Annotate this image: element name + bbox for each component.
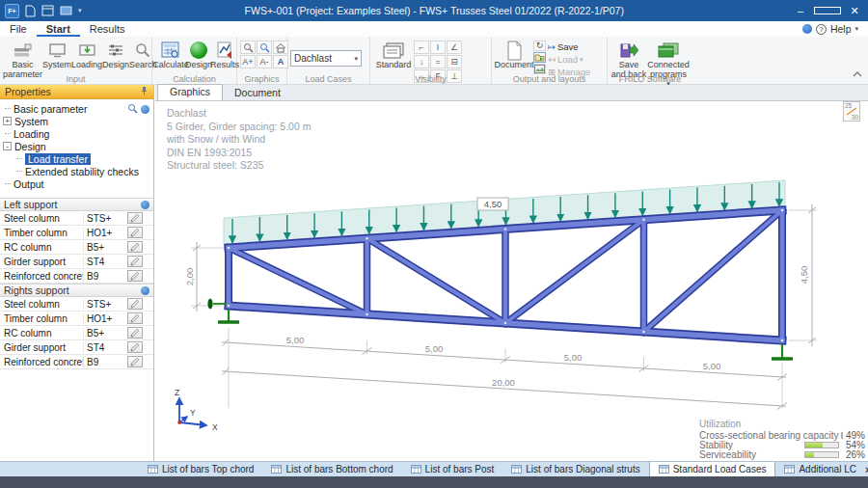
edit-button[interactable] xyxy=(127,327,143,339)
dim-panel-4: 5,00 xyxy=(703,361,721,371)
table-row: Steel columnSTS+ xyxy=(0,211,153,226)
open-document-icon[interactable] xyxy=(41,5,54,16)
ribbon-group-graphics: A+ A- A Graphics xyxy=(237,37,287,84)
new-document-icon[interactable] xyxy=(25,5,36,17)
tree-item-loading[interactable]: Loading xyxy=(0,127,153,140)
help-label[interactable]: Help xyxy=(830,23,852,35)
zoom-in-icon[interactable] xyxy=(240,41,256,54)
edit-button[interactable] xyxy=(127,227,143,238)
edit-button[interactable] xyxy=(127,256,143,267)
right-support-header[interactable]: Rights support xyxy=(0,284,153,297)
tab-list-bottom-chord[interactable]: List of bars Bottom chord xyxy=(262,462,401,476)
tree-info-icon[interactable] xyxy=(141,105,149,114)
edit-button[interactable] xyxy=(127,356,143,367)
tab-standard-load-cases[interactable]: Standard Load Cases xyxy=(649,462,776,476)
app-logo-icon[interactable]: F+ xyxy=(5,4,19,18)
menu-start[interactable]: Start xyxy=(37,23,80,37)
layout-load-button[interactable]: ↤Load▾ xyxy=(548,53,590,66)
section-collapse-icon[interactable] xyxy=(141,201,149,209)
properties-header[interactable]: Properties xyxy=(0,85,153,99)
edit-button[interactable] xyxy=(127,341,143,353)
graphics-canvas[interactable]: Dachlast 5 Girder, Girder spacing: 5.00 … xyxy=(155,101,868,461)
font-color-button[interactable]: A xyxy=(273,55,288,68)
account-icon[interactable] xyxy=(802,24,812,34)
tree-search-icon[interactable] xyxy=(127,103,138,116)
basic-parameter-button[interactable]: Basic parameter xyxy=(3,39,42,79)
results-icon xyxy=(217,40,233,61)
group-label-graphics: Graphics xyxy=(237,74,286,84)
calculate-button[interactable]: Calculate xyxy=(155,39,186,70)
help-icon[interactable]: ? xyxy=(816,24,827,35)
pin-icon[interactable] xyxy=(140,86,149,97)
tab-list-diagonal-struts[interactable]: List of bars Diagonal struts xyxy=(502,462,648,476)
edit-button[interactable] xyxy=(127,312,143,324)
menu-file[interactable]: File xyxy=(0,23,37,37)
menu-bar: File Start Results ? Help ▾ xyxy=(0,21,868,37)
save-and-back-button[interactable]: Save and back xyxy=(610,39,647,79)
layout-save-button[interactable]: ↦Save xyxy=(548,41,590,53)
toggle-loads-icon[interactable]: ↓ xyxy=(414,55,429,68)
results-button[interactable]: Results xyxy=(211,39,238,70)
app-window: F+ ▾ FWS+-001 (Project: Examples Steel) … xyxy=(0,0,868,488)
table-icon xyxy=(511,465,522,474)
tree-item-design[interactable]: -Design xyxy=(0,140,153,152)
image-icon[interactable] xyxy=(533,64,546,74)
toggle-dimensions-icon[interactable]: = xyxy=(430,55,446,68)
refresh-icon[interactable]: ↻ xyxy=(533,41,546,51)
group-label-visibility: Visibility xyxy=(370,74,491,84)
ribbon-collapse-icon[interactable] xyxy=(853,64,862,81)
tree-item-load-transfer[interactable]: Load transfer xyxy=(12,152,153,165)
window-icon[interactable] xyxy=(60,6,72,15)
toggle-slope-icon[interactable]: ∠ xyxy=(447,41,462,54)
layout-save-icon: ↦ xyxy=(548,41,556,53)
toggle-supports-icon[interactable]: ⌐ xyxy=(414,41,429,54)
left-support-header[interactable]: Left support xyxy=(0,198,153,211)
edit-button[interactable] xyxy=(127,212,143,224)
ribbon: Basic parameter System Loading Design xyxy=(0,37,868,85)
tree-item-system[interactable]: +System xyxy=(0,115,153,127)
ribbon-group-output: Document ↻ ↦Save ↤Load▾ ⊞Manage Output a… xyxy=(492,37,608,84)
design-button[interactable]: Design xyxy=(102,39,129,70)
tab-list-top-chord[interactable]: List of bars Top chord xyxy=(139,462,262,476)
toggle-frame-icon[interactable]: ⊟ xyxy=(447,55,462,68)
load-case-dropdown[interactable]: Dachlast ▾ xyxy=(290,50,362,67)
folder-icon[interactable] xyxy=(533,52,546,63)
section-collapse-icon[interactable] xyxy=(141,286,149,295)
tab-document[interactable]: Document xyxy=(223,86,292,100)
tab-graphics[interactable]: Graphics xyxy=(157,84,223,100)
table-row: RC columnB5+ xyxy=(0,240,153,255)
font-increase-button[interactable]: A+ xyxy=(240,55,256,68)
design-icon xyxy=(107,40,124,61)
table-icon xyxy=(148,465,158,474)
edit-button[interactable] xyxy=(127,270,143,282)
edit-button[interactable] xyxy=(127,298,143,310)
calc-design-button[interactable]: Design xyxy=(186,39,211,70)
minimize-button[interactable]: – xyxy=(787,0,814,21)
edit-button[interactable] xyxy=(127,241,143,253)
expand-icon[interactable]: + xyxy=(3,117,12,125)
quick-access-toolbar: F+ ▾ xyxy=(0,4,82,18)
tab-list-post[interactable]: List of bars Post xyxy=(402,462,503,476)
font-decrease-button[interactable]: A- xyxy=(257,55,272,68)
table-icon xyxy=(659,465,669,474)
tree-item-extended-stability[interactable]: Extended stability checks xyxy=(12,165,153,177)
maximize-button[interactable] xyxy=(814,0,841,21)
collapse-icon[interactable]: - xyxy=(3,142,12,150)
toggle-sections-icon[interactable]: I xyxy=(430,41,446,54)
menu-results[interactable]: Results xyxy=(80,23,135,37)
dim-right-height: 4,50 xyxy=(799,266,809,285)
tree-item-output[interactable]: Output xyxy=(0,177,153,190)
loading-button[interactable]: Loading xyxy=(71,39,102,70)
axis-z-label: Z xyxy=(175,388,179,397)
standard-visibility-button[interactable]: Standard xyxy=(373,39,414,70)
system-button[interactable]: System xyxy=(42,39,71,70)
tab-additional-lc[interactable]: Additional LC xyxy=(775,462,864,476)
zoom-home-icon[interactable] xyxy=(273,41,288,54)
design-label: Design xyxy=(102,61,129,70)
close-button[interactable]: ✕ xyxy=(841,0,868,21)
group-label-output: Output and layouts xyxy=(492,74,607,84)
document-button[interactable]: Document xyxy=(495,39,533,70)
zoom-window-icon[interactable] xyxy=(257,41,272,54)
loading-label: Loading xyxy=(71,61,102,70)
layout-load-icon: ↤ xyxy=(548,53,556,66)
